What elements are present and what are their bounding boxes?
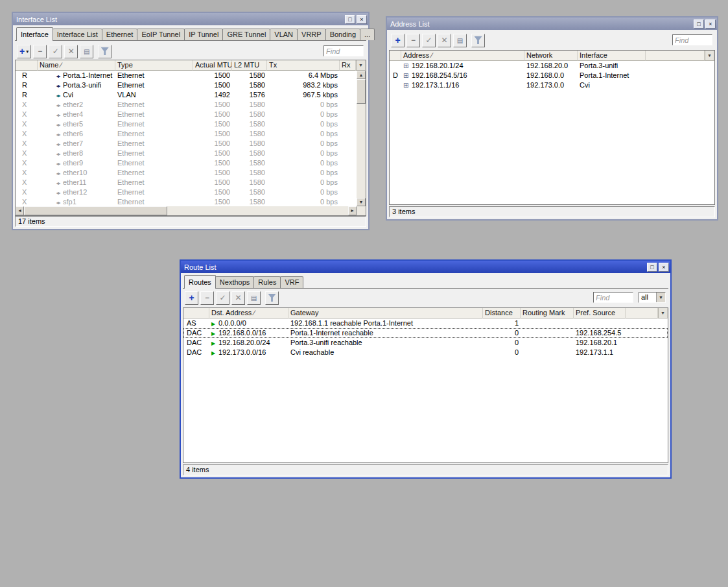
column-header-type[interactable]: Type bbox=[115, 60, 193, 71]
interface-list-titlebar[interactable]: Interface List □ × bbox=[13, 13, 368, 25]
horizontal-scroll-thumb[interactable] bbox=[24, 206, 167, 215]
routing-mark-value bbox=[521, 328, 574, 338]
interface-row[interactable]: X ◂▸ether9 Ethernet 1500 1580 0 bps bbox=[16, 158, 357, 168]
interface-row[interactable]: X ◂▸ether5 Ethernet 1500 1580 0 bps bbox=[16, 119, 357, 129]
interface-row[interactable]: X ◂▸ether12 Ethernet 1500 1580 0 bps bbox=[16, 187, 357, 197]
scroll-left-icon[interactable]: ◄ bbox=[16, 206, 24, 215]
route-filter-select[interactable]: all ▼ bbox=[639, 292, 666, 303]
maximize-button[interactable]: □ bbox=[647, 263, 657, 272]
column-select-icon[interactable]: ▼ bbox=[658, 308, 668, 318]
address-row[interactable]: D ⊞192.168.254.5/16 192.168.0.0 Porta.1-… bbox=[390, 71, 714, 80]
column-header-address[interactable]: Address∕ bbox=[401, 51, 524, 61]
close-button[interactable]: × bbox=[659, 263, 669, 272]
column-header-tx[interactable]: Tx bbox=[267, 60, 340, 71]
interface-row[interactable]: X ◂▸ether7 Ethernet 1500 1580 0 bps bbox=[16, 139, 357, 149]
add-button[interactable]: + ▾ bbox=[17, 45, 31, 58]
tab[interactable]: ... bbox=[360, 29, 375, 40]
interface-row[interactable]: X ◂▸ether2 Ethernet 1500 1580 0 bps bbox=[16, 100, 357, 110]
interface-row[interactable]: X ◂▸ether8 Ethernet 1500 1580 0 bps bbox=[16, 149, 357, 158]
column-header-gateway[interactable]: Gateway bbox=[288, 308, 483, 318]
l2-mtu-value: 1580 bbox=[232, 178, 267, 187]
column-header-interface[interactable]: Interface bbox=[578, 51, 646, 61]
scroll-down-icon[interactable]: ▼ bbox=[357, 198, 366, 206]
interface-row[interactable]: X ◂▸ether6 Ethernet 1500 1580 0 bps bbox=[16, 129, 357, 139]
column-header-rx[interactable]: Rx bbox=[340, 60, 356, 71]
interface-row[interactable]: X ◂▸ether11 Ethernet 1500 1580 0 bps bbox=[16, 178, 357, 187]
address-row[interactable]: ⊞192.168.20.1/24 192.168.20.0 Porta.3-un… bbox=[390, 61, 714, 71]
column-select-icon[interactable]: ▼ bbox=[705, 51, 714, 61]
horizontal-scrollbar[interactable]: ◄ ► bbox=[16, 206, 357, 215]
column-header-flags[interactable] bbox=[390, 51, 401, 61]
find-input[interactable] bbox=[593, 292, 633, 303]
remove-button[interactable]: − bbox=[200, 291, 214, 305]
tab[interactable]: Interface List bbox=[53, 29, 102, 40]
remove-button[interactable]: − bbox=[33, 45, 47, 58]
comment-button[interactable]: ▤ bbox=[247, 291, 261, 305]
address-row[interactable]: ⊞192.173.1.1/16 192.173.0.0 Cvi bbox=[390, 80, 714, 90]
column-select-icon[interactable]: ▼ bbox=[356, 60, 366, 71]
scroll-up-icon[interactable]: ▲ bbox=[357, 71, 366, 79]
maximize-button[interactable]: □ bbox=[345, 15, 355, 24]
add-button[interactable]: + bbox=[391, 34, 405, 47]
tab[interactable]: Ethernet bbox=[102, 29, 138, 40]
tab[interactable]: IP Tunnel bbox=[184, 29, 223, 40]
tab[interactable]: GRE Tunnel bbox=[222, 29, 270, 40]
column-header-flags[interactable] bbox=[183, 308, 209, 318]
close-button[interactable]: × bbox=[705, 19, 716, 29]
vertical-scroll-thumb[interactable] bbox=[357, 79, 366, 104]
row-flag: X bbox=[16, 168, 38, 178]
tab[interactable]: Bonding bbox=[325, 29, 360, 40]
close-button[interactable]: × bbox=[357, 15, 367, 24]
enable-button[interactable]: ✓ bbox=[49, 45, 62, 58]
filter-button[interactable] bbox=[98, 45, 112, 58]
tab[interactable]: EoIP Tunnel bbox=[137, 29, 185, 40]
tab[interactable]: Rules bbox=[253, 276, 281, 288]
column-header-pref-source[interactable]: Pref. Source bbox=[574, 308, 626, 318]
tab[interactable]: VLAN bbox=[270, 29, 298, 40]
tab[interactable]: Nexthops bbox=[215, 276, 254, 288]
disable-button[interactable]: ✕ bbox=[64, 45, 78, 58]
column-header-distance[interactable]: Distance bbox=[483, 308, 521, 318]
tab[interactable]: VRF bbox=[280, 276, 303, 288]
column-header-routing-mark[interactable]: Routing Mark bbox=[521, 308, 574, 318]
add-button[interactable]: + bbox=[185, 291, 198, 305]
comment-button[interactable]: ▤ bbox=[80, 45, 93, 58]
route-row[interactable]: AS ▶0.0.0.0/0 192.168.1.1 reachable Port… bbox=[183, 318, 668, 328]
find-input[interactable] bbox=[323, 45, 364, 56]
route-row[interactable]: DAC ▶192.173.0.0/16 Cvi reachable 0 192.… bbox=[183, 348, 668, 357]
column-header-name[interactable]: Name∕ bbox=[38, 60, 115, 71]
column-header-actual-mtu[interactable]: Actual MTU bbox=[193, 60, 232, 71]
disable-button[interactable]: ✕ bbox=[438, 34, 451, 47]
column-header-l2-mtu[interactable]: L2 MTU bbox=[232, 60, 267, 71]
enable-icon: ✓ bbox=[219, 293, 226, 302]
route-row[interactable]: DAC ▶192.168.0.0/16 Porta.1-Internet rea… bbox=[183, 328, 668, 338]
dropdown-icon[interactable]: ▼ bbox=[656, 293, 665, 302]
route-row[interactable]: DAC ▶192.168.20.0/24 Porta.3-unifi reach… bbox=[183, 338, 668, 348]
column-header-flags[interactable] bbox=[16, 60, 38, 71]
tab[interactable]: Routes bbox=[184, 275, 216, 289]
interface-row[interactable]: X ◂▸sfp1 Ethernet 1500 1580 0 bps bbox=[16, 197, 357, 207]
interface-name: ether10 bbox=[63, 169, 87, 176]
interface-row[interactable]: R ◂▸Porta.1-Internet Ethernet 1500 1580 … bbox=[16, 71, 357, 80]
scroll-right-icon[interactable]: ► bbox=[348, 206, 357, 215]
enable-button[interactable]: ✓ bbox=[216, 291, 229, 305]
address-list-titlebar[interactable]: Address List □ × bbox=[387, 18, 717, 30]
route-list-titlebar[interactable]: Route List □ × bbox=[181, 261, 670, 273]
interface-row[interactable]: R ◂▸Cvi VLAN 1492 1576 967.5 kbps bbox=[16, 90, 357, 100]
disable-button[interactable]: ✕ bbox=[231, 291, 245, 305]
column-header-network[interactable]: Network bbox=[524, 51, 578, 61]
filter-button[interactable] bbox=[471, 34, 485, 47]
tab[interactable]: Interface bbox=[16, 27, 53, 41]
comment-button[interactable]: ▤ bbox=[453, 34, 467, 47]
tab[interactable]: VRRP bbox=[297, 29, 326, 40]
remove-button[interactable]: − bbox=[406, 34, 420, 47]
find-input[interactable] bbox=[672, 34, 712, 45]
interface-row[interactable]: R ◂▸Porta.3-unifi Ethernet 1500 1580 983… bbox=[16, 80, 357, 90]
maximize-button[interactable]: □ bbox=[694, 19, 704, 29]
interface-row[interactable]: X ◂▸ether4 Ethernet 1500 1580 0 bps bbox=[16, 110, 357, 119]
enable-button[interactable]: ✓ bbox=[422, 34, 436, 47]
filter-button[interactable] bbox=[265, 291, 279, 305]
interface-row[interactable]: X ◂▸ether10 Ethernet 1500 1580 0 bps bbox=[16, 168, 357, 178]
vertical-scrollbar[interactable]: ▲ ▼ bbox=[357, 71, 366, 206]
column-header-dst-address[interactable]: Dst. Address∕ bbox=[209, 308, 288, 318]
